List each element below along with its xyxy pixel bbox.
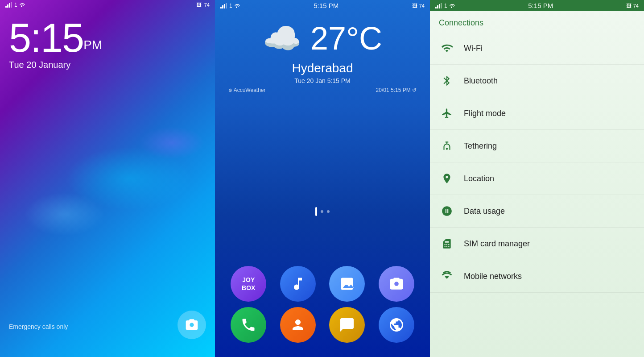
phone-icon xyxy=(240,317,256,333)
page-indicators xyxy=(315,207,330,216)
app-row-2 xyxy=(224,307,421,343)
battery-home: 74 xyxy=(419,3,425,8)
location-icon-item xyxy=(439,170,455,187)
camera-icon-lock xyxy=(185,318,199,332)
flight-svg xyxy=(441,108,453,119)
app-music[interactable] xyxy=(280,266,316,302)
camera-icon-app xyxy=(388,276,405,292)
settings-statusbar: 1 5:15 PM 🖼 74 xyxy=(430,0,644,11)
gallery-icon-settings: 🖼 xyxy=(626,3,632,9)
page-dot-2 xyxy=(327,210,330,213)
app-browser[interactable] xyxy=(379,307,414,343)
weather-footer: ⚙ AccuWeather 20/01 5:15 PM ↺ xyxy=(224,84,421,93)
home-screen-panel: 1 5:15 PM 🖼 74 ☁️ 27°C Hyderabad Tue 20 … xyxy=(215,0,430,357)
data-usage-label: Data usage xyxy=(464,207,505,216)
settings-item-sim-card[interactable]: SIM card manager xyxy=(430,228,644,260)
battery-lock: 74 xyxy=(204,2,210,8)
settings-panel: 1 5:15 PM 🖼 74 Connections Wi-Fi xyxy=(430,0,644,357)
svg-rect-2 xyxy=(9,3,10,8)
app-contacts[interactable] xyxy=(280,307,316,343)
lock-time-display: 5:15PM Tue 20 January xyxy=(9,18,102,70)
settings-item-bluetooth[interactable]: Bluetooth xyxy=(430,65,644,97)
page-dot-active xyxy=(315,207,317,216)
page-dot-1 xyxy=(321,210,323,213)
mobile-networks-svg xyxy=(441,270,453,282)
sim-indicator: 1 xyxy=(14,2,17,8)
settings-item-flight-mode[interactable]: Flight mode xyxy=(430,97,644,130)
app-camera[interactable] xyxy=(379,266,414,302)
bluetooth-icon-item xyxy=(439,73,455,89)
home-dock: JOYBOX xyxy=(215,262,430,357)
browser-icon xyxy=(388,317,405,333)
home-statusbar-right: 🖼 74 xyxy=(412,3,425,9)
home-statusbar: 1 5:15 PM 🖼 74 xyxy=(215,0,430,11)
sim-card-label: SIM card manager xyxy=(464,239,530,249)
svg-rect-11 xyxy=(441,3,442,8)
settings-statusbar-right: 🖼 74 xyxy=(626,3,639,9)
weather-date: Tue 20 Jan 5:15 PM xyxy=(224,77,421,84)
svg-rect-9 xyxy=(437,5,438,8)
lock-statusbar-left: 1 xyxy=(5,2,25,8)
signal-icon-settings xyxy=(435,3,442,8)
settings-sim: 1 xyxy=(444,3,447,9)
settings-item-mobile-networks[interactable]: Mobile networks xyxy=(430,260,644,293)
svg-rect-3 xyxy=(11,2,12,8)
temperature-display: 27°C xyxy=(310,20,382,57)
tethering-icon-item xyxy=(439,138,455,154)
settings-item-location[interactable]: Location xyxy=(430,162,644,195)
contacts-icon xyxy=(290,317,306,333)
app-row-1: JOYBOX xyxy=(224,266,421,302)
wifi-label: Wi-Fi xyxy=(464,44,483,53)
mobile-networks-label: Mobile networks xyxy=(464,272,522,281)
tethering-svg xyxy=(441,140,453,152)
gallery-icon-app xyxy=(339,276,355,292)
lock-hour-minute: 5:15 xyxy=(9,16,83,60)
data-usage-icon-item xyxy=(439,203,455,219)
settings-time: 5:15 PM xyxy=(528,2,553,9)
settings-header: Connections xyxy=(430,11,644,32)
lock-date: Tue 20 January xyxy=(9,60,102,70)
home-time: 5:15 PM xyxy=(314,2,339,9)
lock-ampm: PM xyxy=(83,38,102,52)
gallery-icon-lock: 🖼 xyxy=(196,2,202,8)
music-note-icon xyxy=(290,276,306,292)
app-gallery[interactable] xyxy=(329,266,365,302)
wifi-svg xyxy=(441,42,453,54)
battery-settings: 74 xyxy=(633,3,639,8)
mobile-networks-icon-item xyxy=(439,268,455,284)
svg-rect-1 xyxy=(7,4,8,8)
svg-rect-0 xyxy=(5,6,7,8)
flight-icon-item xyxy=(439,105,455,121)
settings-item-data-usage[interactable]: Data usage xyxy=(430,195,644,228)
lock-screen-panel: 1 🖼 74 5:15PM Tue 20 January Emergency c… xyxy=(0,0,215,357)
wifi-icon-home xyxy=(234,3,240,8)
location-svg xyxy=(441,173,453,184)
lock-camera-button[interactable] xyxy=(178,311,206,339)
lock-statusbar: 1 🖼 74 xyxy=(0,0,215,10)
app-joybox[interactable]: JOYBOX xyxy=(231,266,266,302)
settings-item-wifi[interactable]: Wi-Fi xyxy=(430,32,644,65)
home-sim-1: 1 xyxy=(229,3,232,9)
app-messages[interactable] xyxy=(329,307,365,343)
settings-item-tethering[interactable]: Tethering xyxy=(430,130,644,162)
cloud-icon: ☁️ xyxy=(263,23,301,54)
accuweather-label: ⚙ AccuWeather xyxy=(228,87,265,93)
flight-mode-label: Flight mode xyxy=(464,109,506,118)
data-usage-svg xyxy=(441,205,453,217)
settings-statusbar-left: 1 xyxy=(435,3,455,9)
sim-card-icon-item xyxy=(439,236,455,252)
city-name: Hyderabad xyxy=(224,61,421,75)
svg-rect-5 xyxy=(222,5,223,8)
home-statusbar-left: 1 xyxy=(220,3,240,9)
weather-top: ☁️ 27°C xyxy=(224,20,421,57)
sim-card-svg xyxy=(441,238,453,249)
wifi-icon-item xyxy=(439,40,455,56)
signal-icon xyxy=(5,2,12,8)
app-phone[interactable] xyxy=(231,307,266,343)
lock-statusbar-right: 🖼 74 xyxy=(196,2,210,8)
svg-rect-6 xyxy=(224,4,225,8)
bluetooth-label: Bluetooth xyxy=(464,76,498,86)
svg-rect-4 xyxy=(220,7,222,8)
wifi-icon-lock xyxy=(19,2,25,8)
messages-icon xyxy=(339,317,355,333)
